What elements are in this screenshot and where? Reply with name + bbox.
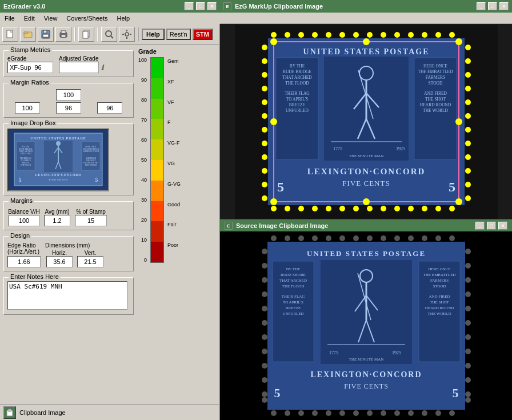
maximize-button[interactable]: □ <box>196 2 205 10</box>
svg-point-81 <box>408 32 414 38</box>
minimize-button[interactable]: _ <box>185 2 194 10</box>
margin-left-input[interactable] <box>15 102 40 114</box>
svg-point-104 <box>262 113 267 119</box>
svg-rect-33 <box>79 130 82 133</box>
egrade-input[interactable] <box>7 62 53 73</box>
svg-rect-6 <box>43 34 49 37</box>
svg-text:UNFURLED: UNFURLED <box>285 108 309 113</box>
markup-minimize-button[interactable]: _ <box>477 2 486 10</box>
svg-point-218 <box>465 377 471 383</box>
svg-point-90 <box>339 206 345 211</box>
svg-point-197 <box>262 249 267 254</box>
grade-num-90: 90 <box>138 77 147 83</box>
svg-point-79 <box>381 32 386 38</box>
settings-button[interactable] <box>119 27 135 42</box>
balance-input[interactable] <box>9 215 39 226</box>
new-button[interactable] <box>2 27 18 42</box>
edge-ratio-label: Edge Ratio <box>7 242 43 249</box>
close-button[interactable]: × <box>207 2 217 10</box>
svg-text:1775: 1775 <box>333 146 342 151</box>
svg-point-206 <box>262 377 267 383</box>
svg-point-185 <box>298 410 304 416</box>
save-button[interactable] <box>38 27 54 42</box>
info-icon[interactable]: ℹ <box>101 63 104 71</box>
source-title: Source Image Clipboard Image <box>236 222 328 229</box>
egrade-label: eGrade <box>7 55 53 62</box>
svg-point-117 <box>465 127 471 133</box>
svg-rect-29 <box>59 130 61 133</box>
copy-button[interactable] <box>78 27 94 42</box>
menu-edit[interactable]: Edit <box>22 14 37 22</box>
search-button[interactable] <box>101 27 117 42</box>
svg-text:THAT ARCHED: THAT ARCHED <box>279 278 307 283</box>
markup-maximize-button[interactable]: □ <box>488 2 497 10</box>
stamp-metrics-section: Stamp Metrics eGrade Adjusted Grade ℹ <box>3 50 134 77</box>
svg-point-169 <box>271 235 277 241</box>
svg-text:THE EMBATTLED: THE EMBATTLED <box>423 273 455 277</box>
help-button[interactable]: Help <box>142 29 165 40</box>
vert-input[interactable] <box>77 256 103 267</box>
svg-point-111 <box>465 45 471 50</box>
horiz-input[interactable] <box>46 256 73 267</box>
svg-point-103 <box>262 99 267 105</box>
open-button[interactable] <box>20 27 36 42</box>
svg-point-199 <box>262 277 267 283</box>
svg-line-13 <box>111 36 113 38</box>
svg-point-91 <box>353 206 359 211</box>
adj-grade-input[interactable] <box>59 62 99 73</box>
stamp-metrics-title: Stamp Metrics <box>9 46 52 53</box>
svg-point-216 <box>465 349 471 354</box>
svg-text:RUDE BRIDGE: RUDE BRIDGE <box>282 69 311 74</box>
notes-section: Enter Notes Here USA Sc#619 MNH <box>3 277 134 315</box>
grade-name-fair: Fair <box>167 222 181 227</box>
margin-right-input[interactable] <box>97 102 122 114</box>
svg-text:5: 5 <box>274 386 280 400</box>
svg-text:TO APRIL'S: TO APRIL'S <box>283 300 303 305</box>
svg-rect-35 <box>90 130 92 133</box>
svg-rect-22 <box>23 130 25 133</box>
svg-point-160 <box>270 38 277 45</box>
markup-close-button[interactable]: × <box>499 2 509 10</box>
source-close-button[interactable]: × <box>498 222 507 230</box>
grade-name-vf: VF <box>167 99 181 105</box>
svg-point-184 <box>285 410 290 416</box>
svg-text:1925: 1925 <box>392 350 401 355</box>
menu-file[interactable]: File <box>2 14 17 22</box>
menu-help[interactable]: Help <box>115 14 133 22</box>
svg-text:RUDE SHORE: RUDE SHORE <box>281 273 306 277</box>
markup-title: EzG MarkUp Clipboard Image <box>235 3 323 10</box>
svg-point-75 <box>326 32 331 38</box>
app-title: EzGrader v3.0 <box>3 3 45 10</box>
source-maximize-button[interactable]: □ <box>487 222 496 230</box>
menu-view[interactable]: View <box>42 14 60 22</box>
markup-window: UNITED STATES POSTAGE BY THE RUDE BRIDGE… <box>220 24 512 220</box>
svg-text:5: 5 <box>95 177 98 183</box>
svg-point-201 <box>262 306 267 311</box>
svg-point-211 <box>465 277 471 283</box>
menu-covers[interactable]: Covers/Sheets <box>64 14 110 22</box>
svg-point-215 <box>465 334 471 340</box>
stop-button[interactable]: STM <box>193 29 213 40</box>
svg-point-51 <box>56 141 61 146</box>
restn-button[interactable]: Rest'n <box>166 29 191 40</box>
edge-ratio-input[interactable] <box>7 256 41 267</box>
grade-column: Grade 100 90 80 70 60 50 40 30 20 <box>136 45 219 266</box>
avg-input[interactable] <box>44 215 70 226</box>
svg-rect-21 <box>18 130 20 133</box>
svg-point-219 <box>465 391 471 397</box>
svg-rect-18 <box>130 34 131 35</box>
margin-bottom-input[interactable] <box>56 102 81 114</box>
source-stamp-svg: UNITED STATES POSTAGE BY THE RUDE SHORE … <box>235 231 498 420</box>
source-minimize-button[interactable]: _ <box>475 222 485 230</box>
clipboard-label: Clipboard Image <box>19 409 66 416</box>
stamp-preview-image[interactable]: UNITED STATES POSTAGE BY THE RUDE BRIDGE… <box>7 129 109 191</box>
grade-name-vg: VG <box>167 161 181 166</box>
margin-top-input[interactable] <box>56 89 81 101</box>
balance-label: Balance V/H <box>7 209 41 215</box>
grade-num-80: 80 <box>138 97 147 103</box>
clipboard-icon-button[interactable] <box>3 406 16 419</box>
print-button[interactable] <box>55 27 71 42</box>
svg-point-87 <box>298 206 304 211</box>
notes-textarea[interactable]: USA Sc#619 MNH <box>7 281 127 310</box>
pct-input[interactable] <box>75 215 107 226</box>
